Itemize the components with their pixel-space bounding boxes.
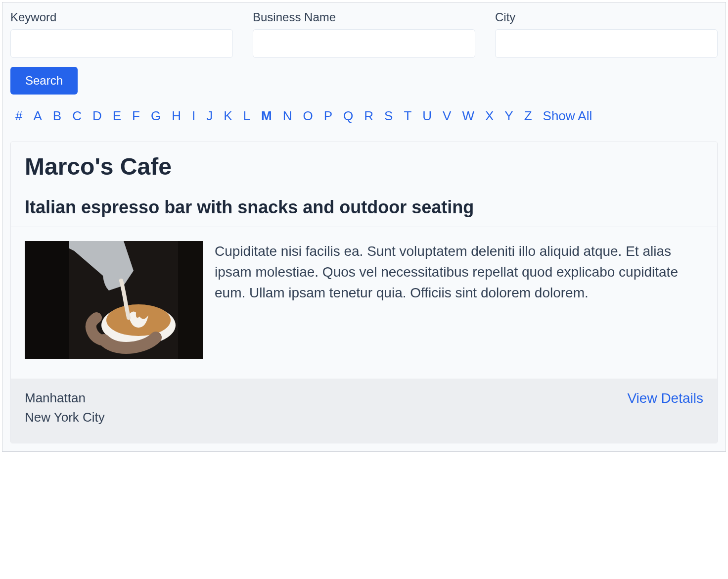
alpha-link-o[interactable]: O (303, 108, 313, 124)
card-footer: Manhattan New York City View Details (11, 379, 717, 443)
business-name-label: Business Name (253, 10, 475, 24)
location-line-1: Manhattan (25, 390, 105, 406)
card-header: Marco's Cafe Italian espresso bar with s… (11, 142, 717, 227)
business-name-input[interactable] (253, 29, 475, 58)
listing-location: Manhattan New York City (25, 390, 105, 429)
alpha-link-q[interactable]: Q (343, 108, 353, 124)
city-input[interactable] (495, 29, 718, 58)
alpha-link-e[interactable]: E (113, 108, 121, 124)
keyword-input[interactable] (10, 29, 233, 58)
alpha-link-y[interactable]: Y (504, 108, 513, 124)
location-line-2: New York City (25, 410, 105, 425)
alpha-link-d[interactable]: D (92, 108, 102, 124)
city-field-group: City (495, 10, 718, 58)
search-button[interactable]: Search (10, 67, 78, 95)
listing-description: Cupiditate nisi facilis ea. Sunt volupta… (215, 241, 703, 303)
alpha-link-hash[interactable]: # (15, 108, 22, 124)
alpha-link-p[interactable]: P (324, 108, 332, 124)
alpha-link-r[interactable]: R (364, 108, 373, 124)
alpha-link-s[interactable]: S (384, 108, 393, 124)
alpha-nav: #ABCDEFGHIJKLMNOPQRSTUVWXYZShow All (15, 108, 718, 124)
alpha-link-n[interactable]: N (283, 108, 292, 124)
search-row: Keyword Business Name City (10, 10, 718, 58)
alpha-link-f[interactable]: F (132, 108, 140, 124)
keyword-field-group: Keyword (10, 10, 233, 58)
alpha-link-z[interactable]: Z (524, 108, 532, 124)
card-body: Cupiditate nisi facilis ea. Sunt volupta… (11, 227, 717, 379)
alpha-link-a[interactable]: A (33, 108, 42, 124)
alpha-link-i[interactable]: I (192, 108, 195, 124)
alpha-link-j[interactable]: J (206, 108, 213, 124)
alpha-link-m[interactable]: M (261, 108, 272, 124)
alpha-link-v[interactable]: V (443, 108, 451, 124)
listing-title: Marco's Cafe (25, 153, 703, 180)
business-name-field-group: Business Name (253, 10, 475, 58)
svg-rect-4 (178, 241, 203, 359)
keyword-label: Keyword (10, 10, 233, 24)
alpha-link-b[interactable]: B (53, 108, 61, 124)
listing-image (25, 241, 203, 359)
alpha-link-k[interactable]: K (224, 108, 232, 124)
alpha-link-g[interactable]: G (151, 108, 161, 124)
listing-subtitle: Italian espresso bar with snacks and out… (25, 197, 703, 218)
alpha-link-l[interactable]: L (243, 108, 250, 124)
alpha-link-show-all[interactable]: Show All (543, 108, 592, 124)
alpha-link-u[interactable]: U (422, 108, 432, 124)
view-details-link[interactable]: View Details (627, 390, 703, 406)
city-label: City (495, 10, 718, 24)
alpha-link-x[interactable]: X (485, 108, 494, 124)
alpha-link-c[interactable]: C (72, 108, 82, 124)
alpha-link-w[interactable]: W (462, 108, 474, 124)
listing-card: Marco's Cafe Italian espresso bar with s… (10, 142, 718, 443)
directory-page: Keyword Business Name City Search #ABCDE… (2, 2, 726, 452)
alpha-link-t[interactable]: T (404, 108, 411, 124)
svg-rect-3 (25, 241, 69, 359)
alpha-link-h[interactable]: H (172, 108, 181, 124)
